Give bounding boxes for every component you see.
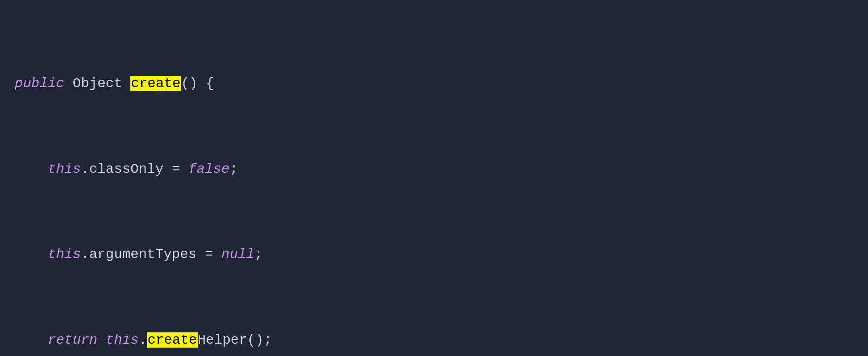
- highlight-create-1: create: [130, 76, 181, 91]
- keyword-public: public: [15, 76, 64, 91]
- highlight-create-2: create: [147, 332, 198, 348]
- keyword-false-1: false: [188, 162, 230, 177]
- code-line-1: public Object create() {: [15, 73, 853, 94]
- code-line-4: return this.createHelper();: [15, 329, 853, 351]
- code-line-2: this.classOnly = false;: [15, 159, 853, 180]
- keyword-return-1: return: [48, 332, 97, 348]
- keyword-this-3: this: [106, 332, 139, 348]
- keyword-this-1: this: [48, 162, 81, 177]
- code-viewer: public Object create() { this.classOnly …: [0, 0, 868, 356]
- keyword-null-1: null: [221, 247, 254, 262]
- keyword-this-2: this: [48, 247, 81, 262]
- code-line-3: this.argumentTypes = null;: [15, 244, 853, 265]
